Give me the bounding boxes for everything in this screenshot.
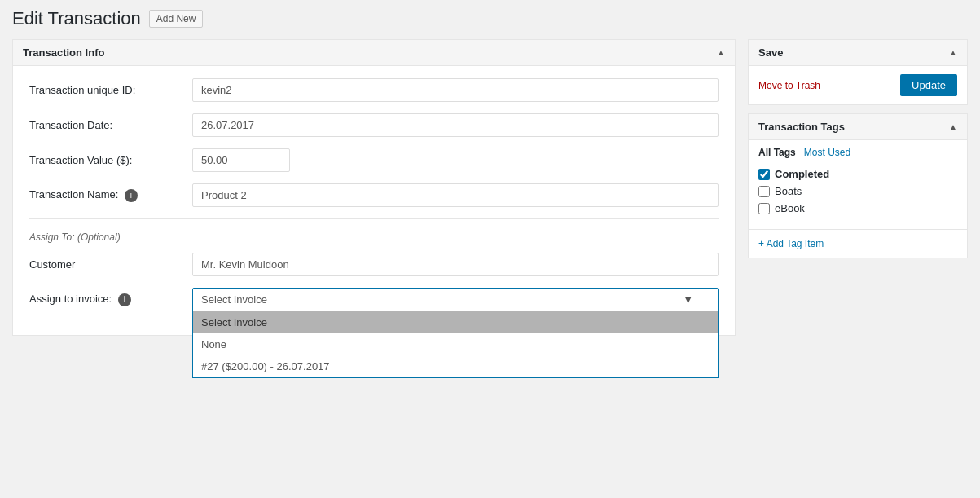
name-info-icon[interactable]: i	[125, 189, 138, 202]
assign-optional-label: Assign To: (Optional)	[29, 231, 719, 243]
invoice-option-none[interactable]: None	[193, 333, 718, 355]
dropdown-chevron-icon: ▼	[683, 293, 693, 306]
page-title: Edit Transaction	[12, 8, 141, 29]
customer-input[interactable]	[192, 253, 719, 276]
tag-item-completed: Completed	[758, 168, 957, 180]
save-actions: Move to Trash Update	[749, 66, 967, 104]
name-label: Transaction Name: i	[29, 188, 192, 202]
right-panel: Save ▲ Move to Trash Update Transaction …	[748, 39, 968, 258]
tag-label-ebook: eBook	[775, 202, 805, 214]
invoice-dropdown-trigger[interactable]: Select Invoice ▼	[192, 288, 719, 311]
invoice-dropdown-container[interactable]: Select Invoice ▼ Select Invoice None #27…	[192, 288, 719, 311]
update-button[interactable]: Update	[900, 74, 957, 96]
add-tag-link[interactable]: + Add Tag Item	[749, 233, 967, 258]
unique-id-row: Transaction unique ID:	[29, 78, 719, 102]
tag-label-boats: Boats	[775, 185, 802, 197]
name-input[interactable]	[192, 183, 719, 207]
tags-list: Completed Boats eBook	[749, 161, 967, 229]
tag-label-completed: Completed	[775, 168, 829, 180]
save-header: Save ▲	[749, 40, 967, 66]
tag-item-ebook: eBook	[758, 202, 957, 214]
date-input[interactable]	[192, 113, 719, 137]
section-divider	[29, 218, 719, 219]
invoice-dropdown-list: Select Invoice None #27 ($200.00) - 26.0…	[192, 311, 719, 378]
invoice-info-icon[interactable]: i	[118, 293, 131, 306]
date-label: Transaction Date:	[29, 119, 192, 131]
tag-checkbox-completed[interactable]	[758, 169, 770, 180]
transaction-info-header: Transaction Info ▲	[13, 40, 735, 66]
tag-item-boats: Boats	[758, 185, 957, 197]
date-row: Transaction Date:	[29, 113, 719, 137]
unique-id-input[interactable]	[192, 78, 719, 102]
tags-collapse-icon[interactable]: ▲	[949, 122, 957, 131]
tags-divider	[749, 229, 967, 230]
value-label: Transaction Value ($):	[29, 154, 192, 166]
value-row: Transaction Value ($):	[29, 148, 719, 172]
invoice-row: Assign to invoice: i Select Invoice ▼ Se…	[29, 288, 719, 311]
tags-title: Transaction Tags	[758, 121, 845, 133]
invoice-option-27[interactable]: #27 ($200.00) - 26.07.2017	[193, 355, 718, 377]
customer-row: Customer	[29, 253, 719, 276]
move-to-trash-link[interactable]: Move to Trash	[758, 80, 820, 91]
name-row: Transaction Name: i	[29, 183, 719, 207]
save-box: Save ▲ Move to Trash Update	[748, 39, 968, 105]
invoice-selected-label: Select Invoice	[201, 293, 267, 306]
transaction-info-panel: Transaction Info ▲ Transaction unique ID…	[12, 39, 736, 336]
tab-all-tags[interactable]: All Tags	[758, 147, 796, 161]
save-collapse-icon[interactable]: ▲	[949, 48, 957, 57]
invoice-option-select[interactable]: Select Invoice	[193, 311, 718, 333]
unique-id-label: Transaction unique ID:	[29, 84, 192, 96]
transaction-info-title: Transaction Info	[23, 46, 104, 59]
collapse-arrow-icon[interactable]: ▲	[717, 48, 725, 57]
tags-tabs: All Tags Most Used	[749, 140, 967, 161]
add-new-button[interactable]: Add New	[149, 10, 204, 28]
tab-most-used[interactable]: Most Used	[804, 147, 850, 161]
tag-checkbox-ebook[interactable]	[758, 203, 770, 214]
invoice-label: Assign to invoice: i	[29, 293, 192, 306]
tags-box: Transaction Tags ▲ All Tags Most Used Co…	[748, 113, 968, 258]
customer-label: Customer	[29, 258, 192, 271]
tags-header: Transaction Tags ▲	[749, 114, 967, 140]
value-input[interactable]	[192, 148, 290, 172]
tag-checkbox-boats[interactable]	[758, 186, 770, 197]
save-title: Save	[758, 46, 783, 59]
